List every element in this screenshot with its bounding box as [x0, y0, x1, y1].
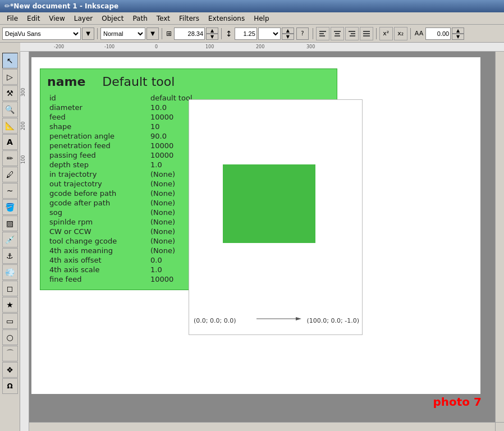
separator-1 — [97, 28, 98, 39]
align-left-btn[interactable] — [316, 27, 329, 40]
zoom-tool-btn[interactable]: 🔍 — [2, 102, 18, 117]
property-key: feed — [47, 112, 148, 122]
separator-2 — [162, 28, 162, 39]
window-title: *New document 1 - Inkscape — [10, 2, 118, 10]
property-key: id — [47, 93, 148, 103]
eraser-tool-btn[interactable]: ◻ — [2, 281, 18, 296]
menu-layer[interactable]: Layer — [70, 13, 97, 24]
property-key: 4th axis meaning — [47, 246, 148, 255]
canvas[interactable]: 300 200 100 name Default tool iddefault … — [20, 52, 504, 431]
property-key: out trajectotry — [47, 179, 148, 189]
menu-help[interactable]: Help — [249, 13, 273, 24]
kerning-down-btn[interactable]: ▼ — [452, 34, 464, 40]
font-style-dropdown-btn[interactable]: ▼ — [146, 27, 159, 40]
subscript-btn[interactable]: x₂ — [394, 27, 407, 40]
connector-tool-btn[interactable]: ⚓ — [2, 248, 18, 264]
svg-rect-10 — [363, 33, 370, 34]
property-key: shape — [47, 122, 148, 131]
select-tool-btn[interactable]: ↖ — [2, 53, 18, 68]
svg-rect-2 — [319, 35, 325, 36]
font-size-input[interactable] — [174, 27, 205, 40]
measure-tool-btn[interactable]: 📐 — [2, 118, 18, 134]
separator-6 — [410, 28, 411, 39]
line-height-unit-select[interactable] — [258, 27, 281, 40]
text-tool-btn[interactable]: A — [2, 134, 18, 150]
separator-3 — [221, 28, 222, 39]
property-key: CW or CCW — [47, 227, 148, 236]
gradient-tool-btn[interactable]: ▨ — [2, 216, 18, 231]
scroll-vertical[interactable] — [495, 52, 504, 422]
menu-edit[interactable]: Edit — [22, 13, 44, 24]
svg-rect-9 — [363, 31, 370, 32]
menu-text[interactable]: Text — [152, 13, 175, 24]
scroll-horizontal[interactable] — [20, 422, 495, 431]
svg-rect-1 — [319, 33, 324, 34]
svg-marker-13 — [296, 317, 301, 320]
property-key: gcode before path — [47, 189, 148, 198]
svg-rect-8 — [350, 35, 355, 36]
circle-tool-btn[interactable]: ○ — [2, 329, 18, 345]
calligraphy-tool-btn[interactable]: ~ — [2, 183, 18, 199]
coord-left-label: (0.0; 0.0; 0.0) — [194, 317, 236, 324]
tweak-tool-btn[interactable]: ⚒ — [2, 85, 18, 101]
clone-tool-btn[interactable]: ❖ — [2, 362, 18, 378]
spray-tool-btn[interactable]: 💨 — [2, 264, 18, 280]
bezier-tool-btn[interactable]: ⌒ — [2, 346, 18, 361]
font-style-select[interactable]: Normal — [100, 27, 145, 40]
font-size-down-btn[interactable]: ▼ — [206, 34, 218, 40]
line-height-icon: ↕ — [226, 29, 232, 38]
menu-filters[interactable]: Filters — [175, 13, 204, 24]
help-btn[interactable]: ? — [296, 27, 309, 40]
star-tool-btn[interactable]: ★ — [2, 297, 18, 313]
menu-view[interactable]: View — [44, 13, 69, 24]
eyedropper-tool-btn[interactable]: 💉 — [2, 232, 18, 247]
app-icon: ✏ — [4, 2, 10, 10]
line-height-input[interactable] — [235, 27, 257, 40]
svg-rect-11 — [363, 35, 370, 36]
line-height-up-btn[interactable]: ▲ — [282, 27, 294, 34]
property-key: gcode after path — [47, 198, 148, 208]
menu-object[interactable]: Object — [97, 13, 128, 24]
property-key: fine feed — [47, 274, 148, 284]
kerning-up-btn[interactable]: ▲ — [452, 27, 464, 34]
kerning-input[interactable] — [425, 27, 451, 40]
superscript-btn[interactable]: x² — [379, 27, 393, 40]
font-family-dropdown-btn[interactable]: ▼ — [82, 27, 94, 40]
svg-rect-3 — [334, 31, 341, 32]
separator-5 — [376, 28, 377, 39]
coord-arrow — [256, 315, 301, 322]
menu-file[interactable]: File — [2, 13, 22, 24]
font-size-up-btn[interactable]: ▲ — [206, 27, 218, 34]
menu-extensions[interactable]: Extensions — [204, 13, 249, 24]
font-family-select[interactable]: DejaVu Sans — [2, 27, 81, 40]
property-key: passing feed — [47, 150, 148, 160]
line-height-down-btn[interactable]: ▼ — [282, 34, 294, 40]
fill-tool-btn[interactable]: 🪣 — [2, 199, 18, 215]
align-center-btn[interactable] — [331, 27, 344, 40]
node-tool-btn[interactable]: ▷ — [2, 69, 18, 85]
preview-green-rect — [223, 164, 315, 243]
property-key: diameter — [47, 103, 148, 112]
svg-rect-0 — [319, 31, 326, 32]
align-justify-btn[interactable] — [360, 27, 373, 40]
photo-label: photo 7 — [433, 395, 482, 409]
pen-tool-btn[interactable]: 🖊 — [2, 167, 18, 182]
titlebar: ✏ *New document 1 - Inkscape — [0, 0, 504, 12]
property-key: in trajectotry — [47, 169, 148, 179]
font-size-icon: ⊞ — [166, 30, 172, 38]
svg-rect-6 — [349, 31, 355, 32]
property-key: spinlde rpm — [47, 217, 148, 227]
property-key: 4th axis offset — [47, 255, 148, 265]
symbol-tool-btn[interactable]: Ω — [2, 378, 18, 394]
preview-panel: (0.0; 0.0; 0.0) (100.0; 0.0; -1.0) — [189, 99, 363, 335]
property-key: 4th axis scale — [47, 265, 148, 274]
ruler-horizontal: -200 -100 0 100 200 300 — [20, 43, 504, 52]
rect-tool-btn[interactable]: ▭ — [2, 313, 18, 329]
menu-path[interactable]: Path — [128, 13, 152, 24]
pencil-tool-btn[interactable]: ✏ — [2, 150, 18, 166]
align-right-btn[interactable] — [345, 27, 359, 40]
property-key: penetration angle — [47, 131, 148, 141]
main-area: ↖ ▷ ⚒ 🔍 📐 A ✏ 🖊 ~ 🪣 ▨ 💉 ⚓ 💨 ◻ ★ ▭ ○ ⌒ ❖ … — [0, 52, 504, 431]
svg-rect-4 — [335, 33, 340, 34]
property-key: depth step — [47, 160, 148, 169]
